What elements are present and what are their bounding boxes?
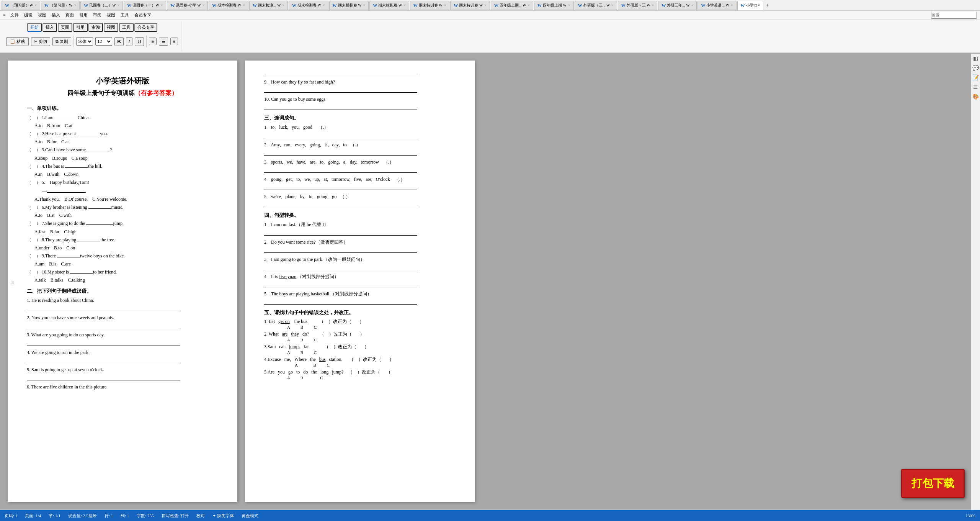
cut-button[interactable]: ✂ 剪切 <box>31 37 50 46</box>
menu-edit[interactable]: 编辑 <box>22 11 35 19</box>
tab-close16[interactable]: × <box>652 3 654 7</box>
tab-active[interactable]: W 小学 □ × <box>737 1 764 10</box>
top-blank-line <box>264 76 417 76</box>
exercise-1: （ ） 1.I am China. <box>27 114 218 121</box>
ribbon-tab-ref[interactable]: 引用 <box>73 23 88 32</box>
tab-close10[interactable]: × <box>403 3 406 7</box>
menu-review[interactable]: 审阅 <box>91 11 104 19</box>
exercise-7: （ ） 7.She is going to do the jump. <box>27 220 218 227</box>
word-icon3: W <box>84 3 88 8</box>
status-bar: 页码: 1 页面: 1/4 节: 1/1 设置值: 2.5厘米 行: 1 列: … <box>0 510 980 521</box>
tab-close3[interactable]: × <box>118 3 120 7</box>
ribbon-tab-view[interactable]: 视图 <box>104 23 118 32</box>
italic-button[interactable]: I <box>126 37 133 46</box>
exercise-8: （ ） 8.They are playing the tree. <box>27 236 218 244</box>
menu-ref[interactable]: 引用 <box>77 11 90 19</box>
menu-view2[interactable]: 视图 <box>105 11 118 19</box>
tab-waiy3b[interactable]: W 外研版（三 W × <box>618 1 658 10</box>
tab-close14[interactable]: × <box>568 3 570 7</box>
menu-bar: ≡ 文件 编辑 视图 插入 页面 引用 审阅 视图 工具 会员专享 <box>0 11 980 20</box>
toc-btn[interactable]: ☰ <box>973 84 978 90</box>
new-tab-button[interactable]: + <box>766 2 769 8</box>
sidebar-toggle[interactable]: ◧ <box>973 55 978 62</box>
tab-qimo1[interactable]: W 期本检测卷 W × <box>209 1 248 10</box>
tab-xiyice[interactable]: W （预习册）W × <box>2 1 40 10</box>
menu-tools[interactable]: 工具 <box>118 11 131 19</box>
tab-close7[interactable]: × <box>282 3 284 7</box>
tab-s4shang1[interactable]: W 四年级上期... W × <box>491 1 533 10</box>
copy-button[interactable]: ⧉ 复制 <box>52 37 71 46</box>
tab-close17[interactable]: × <box>691 3 694 7</box>
tab-close6[interactable]: × <box>243 3 245 7</box>
lian-4: 4. going, get, to, we, up, at, tomorrow,… <box>264 176 456 183</box>
ribbon-tab-tools[interactable]: 工具 <box>119 23 134 32</box>
tab-xungujuanxx[interactable]: W 讯固卷-小学 W × <box>167 1 208 10</box>
underline-button[interactable]: U <box>135 37 144 46</box>
bold-button[interactable]: B <box>114 37 123 46</box>
status-settings: 设置值: 2.5厘米 <box>68 513 97 519</box>
translate-5: 5. Sam is going to get up at seven o'clo… <box>27 366 218 374</box>
tab-close9[interactable]: × <box>363 3 366 7</box>
tab-close[interactable]: × <box>34 3 37 7</box>
tab-qimotexun2[interactable]: W 期末特训卷 W × <box>450 1 490 10</box>
options-4: A.in B.with C.down <box>34 172 218 177</box>
status-mode: 黄金模式 <box>242 513 258 519</box>
tab-close5[interactable]: × <box>203 3 205 7</box>
section5-title: 五、请找出句子中的错误之处，并改正。 <box>264 309 456 316</box>
right-item-9: 9. How can they fly so fast and high? <box>264 79 456 86</box>
options-7: A.fast B.far C.high <box>34 229 218 235</box>
download-banner[interactable]: 打包下载 <box>901 469 965 498</box>
tab-close11[interactable]: × <box>444 3 446 7</box>
tab-qimomoni1[interactable]: W 期末模拟卷 W × <box>329 1 369 10</box>
menu-file[interactable]: 文件 <box>8 11 21 19</box>
exercise-5a: （ ） 5.—Happy birthday,Tom! <box>27 179 218 186</box>
tab-qimo2[interactable]: W 期末检测... W × <box>249 1 288 10</box>
ribbon-tab-review[interactable]: 审阅 <box>88 23 103 32</box>
format-btn[interactable]: 🎨 <box>972 93 979 100</box>
tab-close4[interactable]: × <box>161 3 163 7</box>
tab-xxying[interactable]: W 小学英语... W × <box>697 1 736 10</box>
menu-vip[interactable]: 会员专享 <box>132 11 154 19</box>
tab-fuxice[interactable]: W （复习册）W × <box>41 1 80 10</box>
menu-insert[interactable]: 插入 <box>49 11 62 19</box>
ribbon-tab-vip[interactable]: 会员专享 <box>134 23 157 32</box>
ribbon-tab-insert[interactable]: 插入 <box>42 23 57 32</box>
font-family-select[interactable]: 宋体 <box>76 37 93 46</box>
ribbon-tab-home[interactable]: 开始 <box>27 23 42 32</box>
tab-way3c[interactable]: W 外研三年... W × <box>658 1 697 10</box>
menu-view[interactable]: 视图 <box>36 11 49 19</box>
align-left-button[interactable]: ≡ <box>149 38 157 45</box>
tab-qimo3[interactable]: W 期末检测卷 W × <box>289 1 328 10</box>
status-font: ✦ 缺失字体 <box>212 513 234 519</box>
tab-close8[interactable]: × <box>323 3 325 7</box>
menu-page[interactable]: 页面 <box>63 11 76 19</box>
correction-1: 1. Let get on the bus. （ ）改正为（ ） A B C <box>264 318 456 329</box>
tab-close2[interactable]: × <box>74 3 77 7</box>
status-spell: 拼写检查: 打开 <box>162 513 189 519</box>
ribbon-tab-page[interactable]: 页面 <box>58 23 72 32</box>
tab-qimomoni2[interactable]: W 期末模拟卷 W × <box>369 1 409 10</box>
align-right-button[interactable]: ≡ <box>170 38 178 45</box>
tab-xungujuan1[interactable]: W 讯固卷（一）W × <box>124 1 166 10</box>
jutype-3: 3. I am going to go to the park.（改为一般疑问句… <box>264 256 456 263</box>
tab-waiy3a[interactable]: W 外研版（三... W × <box>575 1 617 10</box>
tab-close13[interactable]: × <box>528 3 530 7</box>
correction-section: 1. Let get on the bus. （ ）改正为（ ） A B C 2… <box>264 318 456 380</box>
align-center-button[interactable]: ☰ <box>159 38 168 46</box>
track-changes-btn[interactable]: 📝 <box>972 74 979 81</box>
search-input[interactable] <box>931 12 977 19</box>
font-size-select[interactable]: 12 <box>95 37 112 46</box>
tab-qimotexun1[interactable]: W 期末特训卷 W × <box>410 1 450 10</box>
tab-s4shang2[interactable]: W 四年级上期 W × <box>534 1 574 10</box>
options-5: A.Thank you. B.Of course. C.You're welco… <box>34 197 218 202</box>
tab-close15[interactable]: × <box>611 3 614 7</box>
exercise-9: （ ） 9.There twelve boys on the bike. <box>27 252 218 260</box>
status-page: 页码: 1 <box>5 513 17 519</box>
comments-btn[interactable]: 💬 <box>972 65 979 71</box>
paste-button[interactable]: 📋 粘贴 <box>6 37 29 46</box>
right-item-10: 10. Can you go to buy some eggs. <box>264 96 456 103</box>
tab-close18[interactable]: × <box>731 3 733 7</box>
tab-close12[interactable]: × <box>484 3 487 7</box>
tab-xungujuan2[interactable]: W 讯固卷（二）W × <box>80 1 123 10</box>
options-9: A.am B.is C.are <box>34 261 218 267</box>
